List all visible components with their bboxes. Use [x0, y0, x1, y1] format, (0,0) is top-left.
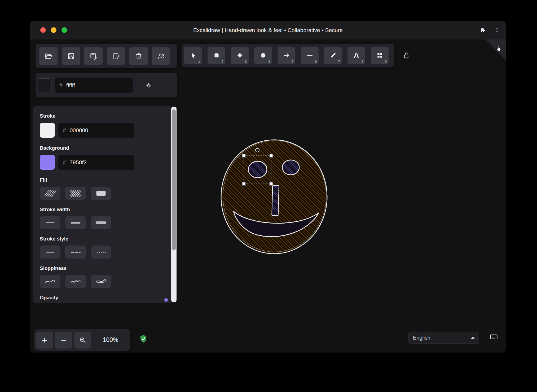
arrow-icon [283, 52, 290, 59]
tool-diamond[interactable]: 3 [231, 47, 249, 64]
selection-handle-nw [242, 154, 245, 157]
solid-fill-icon [95, 190, 107, 197]
diamond-icon [236, 52, 244, 59]
trash-icon [135, 52, 143, 60]
tool-shortcut: 1 [198, 60, 200, 64]
stroke-width-extra-bold-button[interactable] [91, 216, 111, 229]
language-value: English [413, 335, 430, 341]
artist-squiggle-icon [70, 278, 81, 285]
shield-check-icon [138, 333, 148, 345]
save-file-button[interactable] [62, 47, 80, 65]
selection-handle-sw [242, 182, 245, 185]
save-as-button[interactable] [84, 47, 103, 65]
app-window: Excalidraw | Hand-drawn look & feel • Co… [30, 21, 506, 353]
language-select[interactable]: English [408, 332, 479, 344]
encryption-indicator [138, 333, 148, 346]
tool-text[interactable]: A 8 [347, 47, 365, 64]
cross-hatch-icon [70, 190, 81, 197]
panel-scrollbar-thumb[interactable] [172, 109, 176, 250]
stroke-hex-input[interactable]: # 000000 [58, 123, 134, 138]
opacity-slider-handle[interactable] [164, 298, 168, 302]
extra-bold-line-icon [95, 219, 107, 226]
architect-squiggle-icon [45, 278, 56, 285]
cartoonist-squiggle-icon [95, 278, 107, 285]
bold-line-icon [70, 219, 81, 226]
dotted-line-icon [95, 248, 107, 256]
lock-tool-button[interactable] [399, 48, 413, 62]
canvas-corner-fold[interactable] [486, 39, 506, 60]
tool-line[interactable]: 6 [301, 47, 319, 64]
tool-shortcut: 2 [222, 60, 223, 64]
stroke-width-bold-button[interactable] [65, 216, 86, 229]
extensions-button[interactable] [478, 25, 487, 34]
tool-arrow[interactable]: 5 [278, 47, 295, 64]
zoom-in-button[interactable]: + [36, 332, 53, 349]
thin-line-icon [45, 219, 56, 226]
collaborators-icon [157, 52, 165, 60]
background-hex-value: 7950f2 [70, 159, 87, 166]
canvas-background-hex-input[interactable]: # ffffff [55, 78, 133, 93]
stroke-width-thin-button[interactable] [40, 216, 60, 229]
canvas-drawing-smiley[interactable] [205, 127, 346, 275]
zoom-island: + − 100% [34, 329, 130, 351]
live-collaboration-button[interactable] [152, 47, 170, 65]
kebab-menu-icon [494, 27, 500, 33]
tool-shortcut: 5 [292, 60, 293, 64]
keyboard-shortcuts-button[interactable] [487, 332, 501, 342]
titlebar: Excalidraw | Hand-drawn look & feel • Co… [30, 21, 506, 40]
stroke-color-swatch[interactable] [40, 123, 55, 138]
canvas-background-hex-value: ffffff [66, 82, 75, 88]
reset-zoom-button[interactable] [74, 332, 91, 349]
save-icon [67, 52, 75, 60]
tool-shapes[interactable]: 9 [371, 47, 389, 64]
tool-shortcut: 9 [385, 60, 387, 64]
canvas-background-swatch[interactable] [38, 78, 51, 92]
tool-draw[interactable]: 7 [324, 47, 342, 64]
background-hex-input[interactable]: # 7950f2 [58, 155, 134, 170]
tool-rectangle[interactable]: 2 [208, 47, 225, 64]
background-label: Background [40, 145, 165, 152]
open-file-button[interactable] [39, 47, 58, 65]
stroke-style-solid-button[interactable] [40, 246, 60, 259]
zoom-level[interactable]: 100% [93, 336, 128, 344]
tool-ellipse[interactable]: 4 [254, 47, 272, 64]
tool-shortcut: 6 [315, 60, 317, 64]
sloppiness-cartoonist-button[interactable] [91, 275, 111, 288]
tools-island: 1 2 3 4 [182, 44, 394, 67]
folder-open-icon [45, 52, 52, 60]
export-image-button[interactable] [107, 47, 125, 65]
stroke-style-dotted-button[interactable] [91, 246, 111, 259]
pencil-icon [329, 52, 337, 59]
tool-selection[interactable]: 1 [184, 47, 202, 64]
ellipse-icon [259, 52, 267, 59]
smiley-face[interactable] [221, 140, 327, 254]
selection-handle-se [270, 182, 273, 185]
panel-scrollbar[interactable] [171, 107, 177, 302]
fill-cross-hatch-button[interactable] [65, 187, 86, 200]
delete-canvas-button[interactable] [129, 47, 148, 65]
background-color-swatch[interactable] [40, 155, 55, 170]
dashed-line-icon [70, 248, 81, 256]
zoom-out-button[interactable]: − [55, 332, 72, 349]
selection-cursor-icon [190, 52, 197, 59]
theme-settings-button[interactable] [144, 81, 153, 90]
sloppiness-artist-button[interactable] [65, 275, 86, 288]
line-icon [306, 52, 314, 59]
overflow-menu-button[interactable] [492, 25, 501, 34]
fill-solid-button[interactable] [91, 187, 111, 200]
stroke-width-label: Stroke width [40, 207, 165, 213]
stroke-style-label: Stroke style [40, 236, 165, 242]
solid-line-style-icon [45, 248, 56, 256]
save-as-icon [90, 52, 98, 60]
file-actions-island [36, 44, 177, 68]
hash-prefix: # [55, 82, 66, 88]
stroke-style-dashed-button[interactable] [65, 246, 86, 259]
nose [272, 185, 279, 216]
export-icon [112, 52, 120, 60]
fill-hachure-button[interactable] [40, 187, 60, 200]
sloppiness-architect-button[interactable] [40, 275, 60, 288]
text-tool-icon: A [354, 52, 359, 59]
hachure-icon [45, 190, 56, 197]
keyboard-icon [488, 333, 499, 341]
magnifier-reset-icon [79, 336, 87, 344]
